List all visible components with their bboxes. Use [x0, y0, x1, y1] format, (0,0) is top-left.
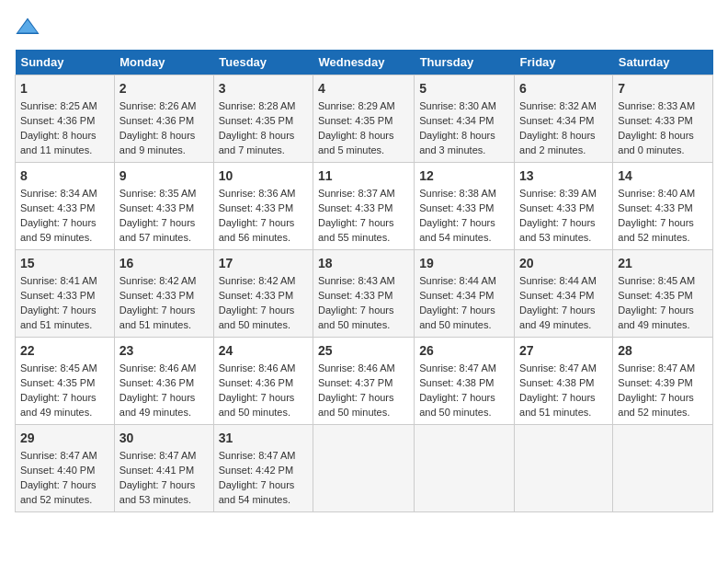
calendar-cell: 24Sunrise: 8:46 AMSunset: 4:36 PMDayligh… [213, 338, 313, 425]
calendar-cell: 10Sunrise: 8:36 AMSunset: 4:33 PMDayligh… [213, 163, 313, 250]
sunrise-text: Sunrise: 8:47 AM [219, 450, 296, 461]
day-number: 9 [119, 167, 209, 185]
sunrise-text: Sunrise: 8:39 AM [519, 188, 597, 199]
sunrise-text: Sunrise: 8:36 AM [219, 188, 296, 199]
day-number: 12 [419, 167, 509, 185]
day-number: 2 [119, 79, 209, 98]
sunset-text: Sunset: 4:33 PM [20, 290, 95, 301]
sunrise-text: Sunrise: 8:29 AM [318, 100, 395, 111]
daylight-text: Daylight: 7 hours and 59 minutes. [20, 217, 97, 243]
sunrise-text: Sunrise: 8:47 AM [419, 362, 496, 373]
sunset-text: Sunset: 4:35 PM [618, 290, 692, 301]
sunset-text: Sunset: 4:33 PM [419, 202, 494, 213]
calendar-cell: 6Sunrise: 8:32 AMSunset: 4:34 PMDaylight… [515, 75, 613, 163]
sunrise-text: Sunrise: 8:40 AM [618, 188, 695, 199]
day-number: 29 [20, 429, 109, 447]
sunset-text: Sunset: 4:34 PM [419, 290, 494, 301]
calendar-cell: 13Sunrise: 8:39 AMSunset: 4:33 PMDayligh… [515, 163, 613, 250]
sunrise-text: Sunrise: 8:47 AM [519, 362, 597, 373]
daylight-text: Daylight: 7 hours and 50 minutes. [419, 392, 495, 418]
day-number: 15 [20, 254, 109, 272]
day-number: 5 [419, 79, 509, 98]
sunrise-text: Sunrise: 8:45 AM [20, 362, 97, 373]
calendar-cell: 15Sunrise: 8:41 AMSunset: 4:33 PMDayligh… [16, 250, 115, 338]
calendar-cell: 23Sunrise: 8:46 AMSunset: 4:36 PMDayligh… [114, 338, 213, 425]
day-number: 14 [618, 167, 708, 185]
sunrise-text: Sunrise: 8:42 AM [119, 275, 197, 286]
sunrise-text: Sunrise: 8:43 AM [318, 275, 395, 286]
column-header-tuesday: Tuesday [213, 50, 313, 75]
calendar-cell: 16Sunrise: 8:42 AMSunset: 4:33 PMDayligh… [114, 250, 213, 338]
day-number: 25 [318, 341, 409, 360]
day-number: 7 [618, 79, 708, 98]
sunset-text: Sunset: 4:35 PM [318, 115, 392, 126]
daylight-text: Daylight: 8 hours and 5 minutes. [318, 130, 394, 155]
sunset-text: Sunset: 4:34 PM [519, 290, 594, 301]
sunrise-text: Sunrise: 8:30 AM [419, 100, 496, 111]
svg-marker-1 [18, 20, 38, 33]
daylight-text: Daylight: 7 hours and 54 minutes. [219, 479, 295, 505]
sunrise-text: Sunrise: 8:47 AM [618, 362, 695, 373]
day-number: 30 [119, 429, 209, 447]
daylight-text: Daylight: 7 hours and 50 minutes. [219, 304, 295, 330]
sunset-text: Sunset: 4:33 PM [219, 290, 293, 301]
sunrise-text: Sunrise: 8:41 AM [20, 275, 97, 286]
sunset-text: Sunset: 4:35 PM [20, 377, 95, 388]
sunset-text: Sunset: 4:37 PM [318, 377, 392, 388]
sunrise-text: Sunrise: 8:46 AM [318, 362, 395, 373]
sunrise-text: Sunrise: 8:46 AM [119, 362, 197, 373]
calendar-cell: 31Sunrise: 8:47 AMSunset: 4:42 PMDayligh… [213, 425, 313, 512]
page-header [15, 15, 713, 40]
sunset-text: Sunset: 4:33 PM [618, 202, 692, 213]
sunrise-text: Sunrise: 8:37 AM [318, 188, 395, 199]
daylight-text: Daylight: 7 hours and 53 minutes. [119, 479, 196, 505]
sunrise-text: Sunrise: 8:38 AM [419, 188, 496, 199]
sunset-text: Sunset: 4:33 PM [618, 115, 692, 126]
column-header-sunday: Sunday [16, 50, 115, 75]
calendar-cell: 25Sunrise: 8:46 AMSunset: 4:37 PMDayligh… [313, 338, 414, 425]
column-header-monday: Monday [114, 50, 213, 75]
daylight-text: Daylight: 8 hours and 9 minutes. [119, 130, 196, 155]
calendar-cell [515, 425, 613, 512]
daylight-text: Daylight: 7 hours and 49 minutes. [519, 304, 596, 330]
sunset-text: Sunset: 4:33 PM [219, 202, 293, 213]
calendar-cell: 11Sunrise: 8:37 AMSunset: 4:33 PMDayligh… [313, 163, 414, 250]
sunset-text: Sunset: 4:41 PM [119, 465, 194, 476]
sunset-text: Sunset: 4:42 PM [219, 465, 293, 476]
sunset-text: Sunset: 4:34 PM [419, 115, 494, 126]
sunrise-text: Sunrise: 8:44 AM [519, 275, 597, 286]
daylight-text: Daylight: 7 hours and 56 minutes. [219, 217, 295, 243]
sunrise-text: Sunrise: 8:26 AM [119, 100, 197, 111]
daylight-text: Daylight: 7 hours and 52 minutes. [618, 392, 694, 418]
calendar-cell: 3Sunrise: 8:28 AMSunset: 4:35 PMDaylight… [213, 75, 313, 163]
sunrise-text: Sunrise: 8:44 AM [419, 275, 496, 286]
daylight-text: Daylight: 8 hours and 7 minutes. [219, 130, 295, 155]
daylight-text: Daylight: 7 hours and 50 minutes. [318, 304, 394, 330]
daylight-text: Daylight: 7 hours and 50 minutes. [219, 392, 295, 418]
day-number: 22 [20, 341, 109, 360]
sunrise-text: Sunrise: 8:35 AM [119, 188, 197, 199]
day-number: 24 [219, 341, 308, 360]
calendar-cell [313, 425, 414, 512]
daylight-text: Daylight: 7 hours and 49 minutes. [20, 392, 97, 418]
sunset-text: Sunset: 4:33 PM [119, 202, 194, 213]
daylight-text: Daylight: 8 hours and 3 minutes. [419, 130, 495, 155]
daylight-text: Daylight: 8 hours and 2 minutes. [519, 130, 596, 155]
sunrise-text: Sunrise: 8:33 AM [618, 100, 695, 111]
calendar-cell: 26Sunrise: 8:47 AMSunset: 4:38 PMDayligh… [415, 338, 515, 425]
daylight-text: Daylight: 7 hours and 53 minutes. [519, 217, 596, 243]
calendar-cell: 19Sunrise: 8:44 AMSunset: 4:34 PMDayligh… [415, 250, 515, 338]
calendar-cell: 22Sunrise: 8:45 AMSunset: 4:35 PMDayligh… [16, 338, 115, 425]
day-number: 31 [219, 429, 308, 447]
sunrise-text: Sunrise: 8:45 AM [618, 275, 695, 286]
day-number: 27 [519, 341, 608, 360]
sunset-text: Sunset: 4:36 PM [20, 115, 95, 126]
daylight-text: Daylight: 7 hours and 50 minutes. [318, 392, 394, 418]
daylight-text: Daylight: 7 hours and 49 minutes. [618, 304, 694, 330]
column-header-thursday: Thursday [415, 50, 515, 75]
daylight-text: Daylight: 7 hours and 57 minutes. [119, 217, 196, 243]
calendar-cell: 17Sunrise: 8:42 AMSunset: 4:33 PMDayligh… [213, 250, 313, 338]
sunrise-text: Sunrise: 8:47 AM [119, 450, 197, 461]
sunrise-text: Sunrise: 8:32 AM [519, 100, 597, 111]
day-number: 16 [119, 254, 209, 272]
